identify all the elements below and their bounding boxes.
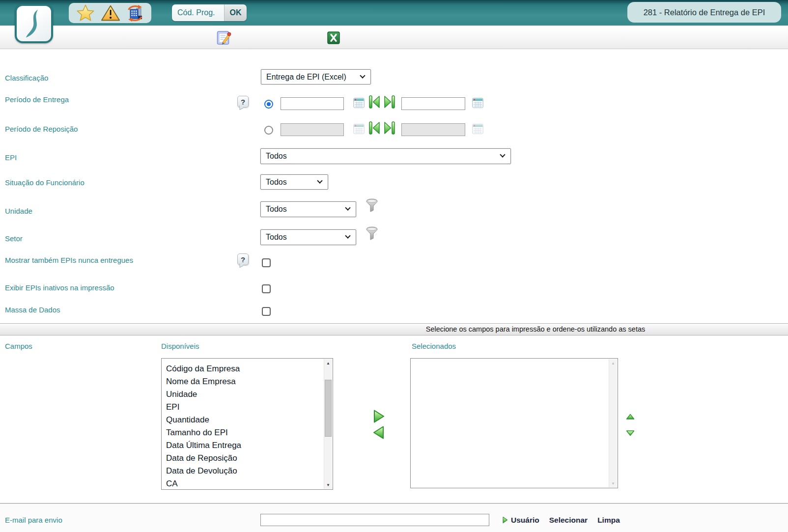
periodo-entrega-label: Período de Entrega (5, 95, 69, 104)
periodo-reposicao-label: Período de Reposição (5, 125, 78, 133)
company-sync-icon[interactable] (126, 5, 144, 22)
classificacao-value: Entrega de EPI (Excel) (266, 73, 346, 82)
setor-select[interactable]: Todos (260, 229, 356, 245)
list-item[interactable]: Código da Empresa (166, 363, 324, 375)
move-right-icon[interactable] (372, 409, 386, 424)
limpa-link[interactable]: Limpa (597, 516, 620, 525)
periodo-reposicao-radio[interactable] (264, 126, 273, 135)
skip-next-icon[interactable] (383, 121, 395, 135)
situacao-funcionario-select[interactable]: Todos (260, 174, 328, 190)
edit-document-icon[interactable] (217, 30, 231, 45)
list-item[interactable]: Tamanho do EPI (166, 426, 324, 439)
scroll-thumb[interactable] (325, 380, 332, 437)
calendar-icon[interactable] (353, 124, 365, 134)
disponiveis-label: Disponíveis (161, 342, 199, 350)
epi-value: Todos (266, 152, 287, 161)
scrollbar[interactable]: ▲ ▼ (324, 359, 332, 489)
help-icon[interactable]: ? (237, 96, 249, 108)
email-label: E-mail para envio (5, 516, 62, 524)
exibir-epis-inativos-checkbox[interactable] (262, 284, 271, 293)
situacao-funcionario-label: Situação do Funcionário (5, 178, 84, 187)
exibir-epis-inativos-label: Exibir EPIs inativos na impressão (5, 283, 114, 292)
chevron-down-icon (500, 152, 505, 157)
favorites-star-icon[interactable] (76, 4, 95, 22)
logo-s-icon (23, 8, 45, 39)
periodo-reposicao-start-input[interactable] (281, 123, 344, 136)
chevron-down-icon (345, 205, 350, 210)
list-item[interactable]: Quantidade (166, 414, 324, 426)
calendar-icon[interactable] (353, 98, 365, 108)
filter-funnel-icon[interactable] (366, 226, 378, 240)
list-item[interactable]: Nome da Empresa (166, 375, 324, 388)
app-logo (15, 4, 53, 43)
list-item[interactable]: Data de Devolução (166, 465, 324, 477)
selecionados-label: Selecionados (412, 342, 456, 350)
calendar-icon[interactable] (472, 124, 483, 134)
classificacao-select[interactable]: Entrega de EPI (Excel) (261, 69, 371, 84)
periodo-reposicao-end-input[interactable] (401, 123, 465, 136)
periodo-entrega-radio[interactable] (264, 100, 273, 109)
alert-warning-icon[interactable] (101, 4, 120, 22)
chevron-down-icon (317, 178, 322, 183)
section-banner: Selecione os campos para impressão e ord… (0, 323, 788, 336)
periodo-entrega-start-input[interactable] (281, 97, 344, 110)
massa-de-dados-checkbox[interactable] (262, 307, 271, 316)
scroll-up-button[interactable]: ▲ (324, 359, 332, 367)
situacao-funcionario-value: Todos (266, 178, 287, 187)
unidade-label: Unidade (5, 207, 32, 215)
footer-links: Usuário Selecionar Limpa (511, 516, 620, 525)
export-excel-icon[interactable] (327, 31, 340, 44)
epi-label: EPI (5, 153, 17, 162)
quick-actions-pill (69, 3, 151, 23)
selecionados-items (411, 359, 609, 488)
move-left-icon[interactable] (372, 425, 386, 440)
disponiveis-items: Código da EmpresaNome da EmpresaUnidadeE… (162, 359, 324, 489)
list-item[interactable]: CA (166, 477, 324, 489)
mostrar-epis-checkbox[interactable] (262, 258, 271, 267)
list-item[interactable]: Unidade (166, 388, 324, 401)
scroll-up-button[interactable]: ▲ (609, 359, 617, 367)
move-up-icon[interactable] (626, 414, 635, 420)
email-input[interactable] (260, 514, 489, 526)
usuario-link[interactable]: Usuário (511, 516, 539, 525)
filter-funnel-icon[interactable] (366, 198, 378, 212)
program-code-ok-button[interactable]: OK (224, 4, 247, 21)
disponiveis-listbox[interactable]: Código da EmpresaNome da EmpresaUnidadeE… (161, 358, 333, 490)
page-title: 281 - Relatório de Entrega de EPI (627, 2, 781, 23)
app-window: OK 281 - Relatório de Entrega de EPI Cla… (0, 0, 788, 532)
list-item[interactable]: Data de Reposição (166, 452, 324, 465)
mostrar-epis-label: Mostrar também EPIs nunca entregues (5, 256, 133, 264)
scroll-down-button[interactable]: ▼ (324, 481, 332, 489)
section-banner-text: Selecione os campos para impressão e ord… (426, 324, 646, 335)
program-code-input[interactable] (172, 4, 224, 21)
skip-next-icon[interactable] (383, 95, 395, 109)
help-icon[interactable]: ? (237, 253, 249, 265)
setor-label: Setor (5, 234, 23, 243)
skip-previous-icon[interactable] (368, 121, 381, 135)
setor-value: Todos (266, 233, 287, 242)
campos-label: Campos (5, 342, 32, 350)
periodo-entrega-end-input[interactable] (401, 97, 465, 110)
list-item[interactable]: EPI (166, 401, 324, 414)
move-down-icon[interactable] (626, 430, 635, 436)
program-code-box: OK (172, 4, 247, 21)
skip-previous-icon[interactable] (368, 95, 381, 109)
scroll-down-button[interactable]: ▼ (609, 479, 617, 487)
footer-divider (0, 503, 788, 504)
chevron-down-icon (345, 233, 350, 238)
toolbar (0, 26, 788, 49)
massa-de-dados-label: Massa de Dados (5, 306, 60, 314)
scrollbar[interactable]: ▲ ▼ (609, 359, 617, 487)
user-arrow-icon[interactable] (502, 516, 508, 524)
selecionar-link[interactable]: Selecionar (549, 516, 588, 525)
unidade-value: Todos (266, 205, 287, 214)
list-item[interactable]: Data Última Entrega (166, 439, 324, 452)
epi-select[interactable]: Todos (260, 148, 511, 164)
selecionados-listbox[interactable]: ▲ ▼ (410, 358, 618, 488)
unidade-select[interactable]: Todos (260, 201, 356, 217)
chevron-down-icon (360, 73, 365, 78)
classificacao-label: Classificação (5, 74, 48, 82)
calendar-icon[interactable] (472, 98, 483, 108)
